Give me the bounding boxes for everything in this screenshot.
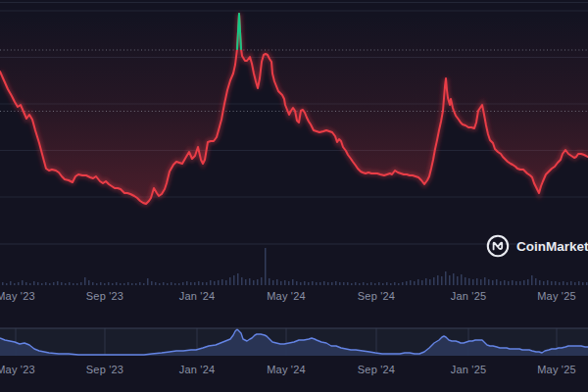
crypto-price-chart: May '23Sep '23Jan '24May '24Sep '24Jan '… — [0, 0, 588, 392]
x-axis-label-main: Jan '24 — [166, 290, 228, 302]
x-axis-labels-navigator: May '23Sep '23Jan '24May '24Sep '24Jan '… — [0, 364, 588, 377]
x-axis-label-main: May '25 — [525, 290, 588, 302]
x-axis-label-nav: Sep '24 — [345, 364, 408, 375]
x-axis-label-nav: Jan '25 — [437, 364, 500, 375]
x-axis-label-nav: May '24 — [255, 364, 318, 375]
x-axis-label-nav: Jan '24 — [166, 364, 228, 375]
x-axis-label-main: May '24 — [255, 290, 318, 302]
watermark-text: CoinMarketCap — [516, 239, 588, 254]
navigator-scrubber-surface[interactable] — [0, 328, 588, 358]
coinmarketcap-watermark: CoinMarketCap — [486, 234, 588, 258]
x-axis-label-nav: Sep '23 — [74, 364, 136, 375]
x-axis-label-main: Sep '23 — [74, 290, 136, 302]
x-axis-label-nav: May '23 — [0, 364, 47, 375]
price-chart-surface[interactable] — [0, 0, 588, 244]
x-axis-label-main: Sep '24 — [345, 290, 408, 302]
x-axis-labels-main: May '23Sep '23Jan '24May '24Sep '24Jan '… — [0, 290, 588, 304]
x-axis-label-main: May '23 — [0, 290, 47, 302]
chart-canvas — [0, 0, 588, 392]
x-axis-label-main: Jan '25 — [437, 290, 500, 302]
x-axis-label-nav: May '25 — [525, 364, 588, 375]
coinmarketcap-logo-icon — [486, 234, 510, 258]
